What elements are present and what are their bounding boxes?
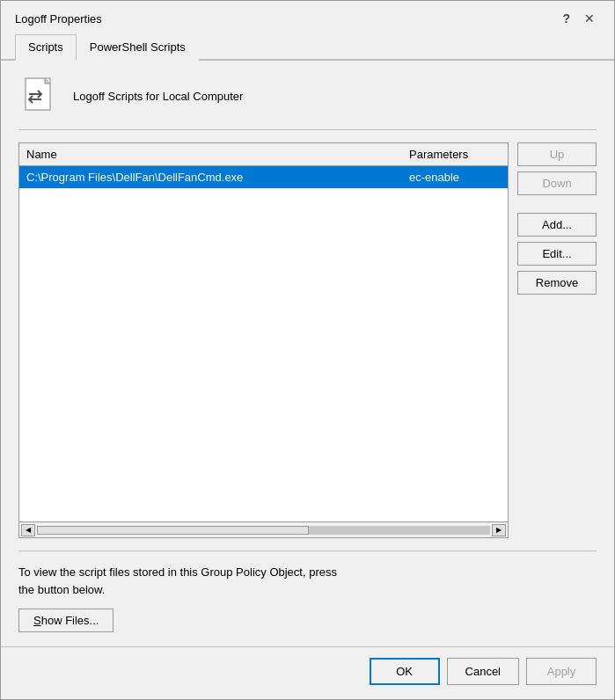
title-bar-controls: ? ✕ bbox=[557, 10, 600, 27]
dialog-title: Logoff Properties bbox=[15, 12, 102, 26]
header-text: Logoff Scripts for Local Computer bbox=[73, 90, 243, 103]
right-buttons: Up Down Add... Edit... Remove bbox=[517, 142, 597, 538]
show-files-button[interactable]: Show Files... bbox=[18, 609, 113, 632]
script-list[interactable]: Name Parameters C:\Program Files\DellFan… bbox=[18, 142, 509, 538]
script-document-svg bbox=[20, 77, 59, 115]
main-panel: Name Parameters C:\Program Files\DellFan… bbox=[18, 142, 597, 538]
column-header-name: Name bbox=[19, 146, 402, 163]
scroll-right-arrow[interactable]: ▶ bbox=[492, 524, 506, 536]
title-bar: Logoff Properties ? ✕ bbox=[1, 1, 614, 33]
down-button[interactable]: Down bbox=[517, 171, 597, 195]
ok-button[interactable]: OK bbox=[370, 658, 440, 685]
close-button[interactable]: ✕ bbox=[579, 11, 600, 26]
edit-button[interactable]: Edit... bbox=[517, 242, 597, 266]
column-header-params: Parameters bbox=[402, 146, 508, 163]
header-section: Logoff Scripts for Local Computer bbox=[18, 75, 597, 130]
script-icon bbox=[18, 75, 61, 117]
remove-button[interactable]: Remove bbox=[517, 271, 597, 295]
row-params: ec-enable bbox=[402, 169, 508, 186]
scroll-track[interactable] bbox=[37, 526, 490, 535]
tab-scripts[interactable]: Scripts bbox=[15, 34, 77, 61]
tab-bar: Scripts PowerShell Scripts bbox=[1, 33, 614, 61]
dialog-window: Logoff Properties ? ✕ Scripts PowerShell… bbox=[0, 0, 615, 700]
show-files-label: Show Files... bbox=[33, 614, 99, 627]
list-header: Name Parameters bbox=[19, 143, 508, 166]
help-button[interactable]: ? bbox=[557, 10, 575, 27]
list-body: C:\Program Files\DellFan\DellFanCmd.exe … bbox=[19, 166, 508, 521]
apply-button[interactable]: Apply bbox=[526, 658, 597, 685]
tab-powershell[interactable]: PowerShell Scripts bbox=[77, 34, 199, 61]
footer: OK Cancel Apply bbox=[1, 646, 614, 699]
up-button[interactable]: Up bbox=[517, 142, 597, 166]
add-button[interactable]: Add... bbox=[517, 213, 597, 237]
description-section: To view the script files stored in this … bbox=[18, 551, 597, 632]
row-name: C:\Program Files\DellFan\DellFanCmd.exe bbox=[19, 169, 402, 186]
scroll-left-arrow[interactable]: ◀ bbox=[21, 524, 35, 536]
cancel-button[interactable]: Cancel bbox=[447, 658, 519, 685]
content-area: Logoff Scripts for Local Computer Name P… bbox=[1, 61, 614, 646]
description-text: To view the script files stored in this … bbox=[18, 564, 597, 598]
table-row[interactable]: C:\Program Files\DellFan\DellFanCmd.exe … bbox=[19, 166, 508, 188]
scroll-thumb[interactable] bbox=[37, 526, 309, 535]
horizontal-scrollbar[interactable]: ◀ ▶ bbox=[19, 521, 508, 537]
